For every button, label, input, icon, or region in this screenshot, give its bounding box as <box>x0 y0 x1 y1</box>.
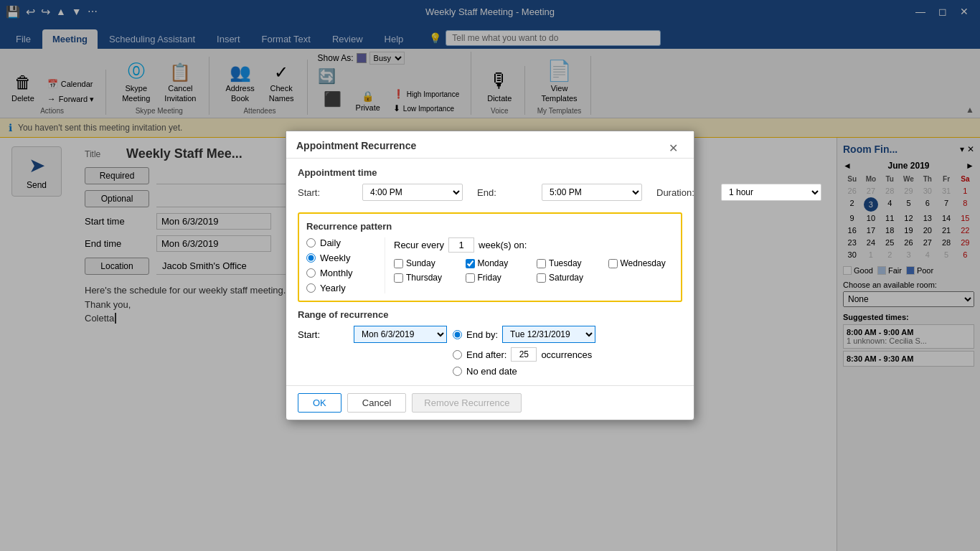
sunday-checkbox[interactable] <box>394 259 403 268</box>
friday-checkbox[interactable] <box>466 273 475 283</box>
end-after-text: End after: <box>466 349 507 360</box>
saturday-check-label[interactable]: Saturday <box>537 273 603 283</box>
no-end-date-text: No end date <box>466 366 517 377</box>
start-time-select[interactable]: 4:00 PM <box>362 184 463 201</box>
start-label: Start: <box>298 187 355 198</box>
duration-row: Duration: 1 hour <box>656 184 821 201</box>
monthly-radio[interactable] <box>306 268 316 278</box>
dialog-footer: OK Cancel Remove Recurrence <box>286 385 694 420</box>
weekly-radio-label[interactable]: Weekly <box>306 253 377 263</box>
yearly-radio-label[interactable]: Yearly <box>306 283 377 293</box>
duration-select[interactable]: 1 hour <box>721 184 821 201</box>
end-by-radio[interactable] <box>453 330 462 339</box>
weekly-options: Recur every week(s) on: <box>394 237 674 253</box>
range-start-row: Start: Mon 6/3/2019 <box>298 326 447 343</box>
recurrence-right: Recur every week(s) on: Sunday M <box>385 237 674 283</box>
monthly-radio-label[interactable]: Monthly <box>306 268 377 278</box>
recur-every-input[interactable] <box>448 237 474 253</box>
range-of-recurrence-section: Range of recurrence Start: Mon 6/3/2019 … <box>298 309 682 377</box>
end-time-select[interactable]: 5:00 PM <box>542 184 642 201</box>
range-start-select[interactable]: Mon 6/3/2019 <box>354 326 447 343</box>
appointment-time-row: Start: 4:00 PM End: 5:00 PM Duration: 1 … <box>298 184 682 205</box>
dialog-close-button[interactable]: ✕ <box>663 138 684 158</box>
recurrence-left: Daily Weekly Monthly Yearly <box>306 237 385 293</box>
end-after-label[interactable]: End after: occurrences <box>453 347 682 362</box>
range-section-title: Range of recurrence <box>298 309 682 320</box>
dialog-body: Appointment time Start: 4:00 PM End: 5:0… <box>286 159 694 385</box>
thursday-checkbox[interactable] <box>394 273 403 283</box>
remove-recurrence-button[interactable]: Remove Recurrence <box>412 393 522 413</box>
end-row: End: 5:00 PM <box>477 184 642 201</box>
tuesday-check-label[interactable]: Tuesday <box>537 258 603 268</box>
occurrences-input[interactable] <box>511 347 537 362</box>
no-end-date-radio[interactable] <box>453 367 462 376</box>
cancel-button[interactable]: Cancel <box>347 393 406 413</box>
range-content: Start: Mon 6/3/2019 End by: Tue 12/31/20… <box>298 326 682 377</box>
daily-radio-label[interactable]: Daily <box>306 237 377 248</box>
dialog-title: Appointment Recurrence <box>296 140 416 157</box>
dialog-title-bar: Appointment Recurrence ✕ <box>286 131 694 159</box>
occurrences-label: occurrences <box>541 349 592 360</box>
thursday-check-label[interactable]: Thursday <box>394 273 460 283</box>
yearly-radio[interactable] <box>306 283 316 293</box>
end-by-label[interactable]: End by: Tue 12/31/2019 <box>453 326 682 343</box>
end-by-text: End by: <box>466 329 498 340</box>
appointment-recurrence-dialog: Appointment Recurrence ✕ Appointment tim… <box>286 131 694 420</box>
recurrence-pattern-title: Recurrence pattern <box>306 221 674 232</box>
friday-check-label[interactable]: Friday <box>466 273 532 283</box>
weeks-on-label: week(s) on: <box>479 240 527 250</box>
monday-check-label[interactable]: Monday <box>466 258 532 268</box>
recurrence-row: Daily Weekly Monthly Yearly <box>306 237 674 293</box>
end-after-radio[interactable] <box>453 350 462 359</box>
weekly-radio[interactable] <box>306 253 316 263</box>
dialog-overlay: Appointment Recurrence ✕ Appointment tim… <box>0 0 980 551</box>
appointment-time-section-title: Appointment time <box>298 167 682 178</box>
days-checkboxes: Sunday Monday Tuesday <box>394 258 674 283</box>
range-start-label: Start: <box>298 329 348 340</box>
no-end-date-label[interactable]: No end date <box>453 366 682 377</box>
saturday-checkbox[interactable] <box>537 273 546 283</box>
end-by-select[interactable]: Tue 12/31/2019 <box>502 326 595 343</box>
end-label: End: <box>477 187 534 198</box>
wednesday-checkbox[interactable] <box>608 259 618 268</box>
duration-label: Duration: <box>656 187 714 198</box>
tuesday-checkbox[interactable] <box>537 259 546 268</box>
sunday-check-label[interactable]: Sunday <box>394 258 460 268</box>
wednesday-check-label[interactable]: Wednesday <box>608 258 674 268</box>
monday-checkbox[interactable] <box>466 259 475 268</box>
range-options: End by: Tue 12/31/2019 End after: occurr… <box>453 326 682 377</box>
recurrence-pattern-section: Recurrence pattern Daily Weekly <box>298 212 682 302</box>
ok-button[interactable]: OK <box>298 393 341 413</box>
recur-every-label: Recur every <box>394 240 444 250</box>
start-row: Start: 4:00 PM <box>298 184 463 201</box>
daily-radio[interactable] <box>306 238 316 248</box>
